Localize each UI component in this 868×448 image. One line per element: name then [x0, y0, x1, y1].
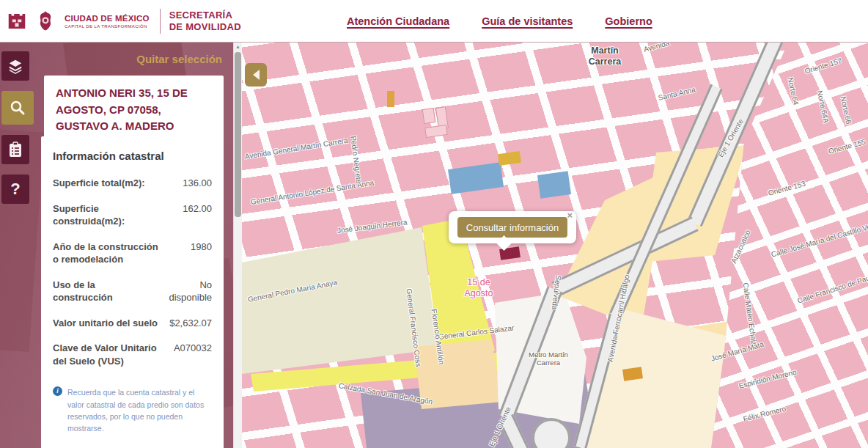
results-panel: ? Quitar selección ANTONIO NERI 35, 15 D… [0, 43, 233, 448]
map-canvas[interactable]: AvenidaOriente 157Norte 64Norte 64ANorte… [242, 43, 868, 448]
city-name: CIUDAD DE MÉXICO [65, 14, 150, 23]
field-label: Año de la construcción o remodelación [53, 240, 163, 266]
field-row: Superficie construida(m2):162.00 [53, 202, 212, 228]
brand-block: CIUDAD DE MÉXICO CAPITAL DE LA TRANSFORM… [6, 0, 241, 43]
field-value: $2,632.07 [169, 317, 212, 330]
search-icon [9, 99, 26, 117]
layers-icon [7, 58, 23, 74]
cadastral-info-card: Información catastral Superficie total(m… [41, 136, 224, 448]
cadastral-fields: Superficie total(m2):136.00Superficie co… [53, 177, 212, 367]
panel-collapse-button[interactable] [245, 63, 267, 87]
left-arrow-icon [253, 70, 260, 80]
field-label: Uso de la construcción [53, 279, 157, 304]
field-label: Clave de Valor Unitario del Suelo (VUS) [53, 342, 163, 367]
cdmx-eagle-icon [35, 10, 56, 33]
search-tool-button[interactable] [1, 91, 34, 125]
field-row: Uso de la construcciónNo disponible [53, 279, 212, 304]
map-building [422, 108, 436, 124]
scrollbar-thumb[interactable] [235, 52, 241, 217]
city-tagline: CAPITAL DE LA TRANSFORMACIÓN [65, 24, 150, 29]
field-row: Clave de Valor Unitario del Suelo (VUS)A… [53, 342, 212, 367]
map-parcel-blue [537, 171, 571, 199]
consult-info-button[interactable]: Consultar información [457, 217, 567, 238]
field-label: Superficie construida(m2): [53, 202, 163, 228]
nav-gobierno[interactable]: Gobierno [605, 15, 652, 27]
scroll-up-icon[interactable]: ▲ [234, 44, 242, 49]
help-tool-button[interactable]: ? [1, 175, 29, 204]
field-label: Superficie total(m2): [53, 177, 163, 190]
field-row: Año de la construcción o remodelación198… [53, 240, 212, 266]
tool-rail: ? [1, 51, 37, 214]
brand-text: CIUDAD DE MÉXICO CAPITAL DE LA TRANSFORM… [65, 14, 150, 29]
cdmx-coat-of-arms-icon [6, 10, 28, 32]
clipboard-tool-button[interactable] [1, 135, 29, 164]
clipboard-icon [8, 142, 23, 158]
field-value: A070032 [174, 342, 212, 367]
selected-address-card: ANTONIO NERI 35, 15 DE AGOSTO, CP 07058,… [44, 76, 224, 144]
agency-name: SECRETARÍA DE MOVILIDAD [169, 10, 241, 34]
reserved-data-note: i Recuerda que la cuenta catastral y el … [53, 386, 212, 434]
map-popup: × Consultar información [449, 211, 576, 243]
map-parcel-orange [387, 91, 394, 107]
field-value: No disponible [157, 279, 212, 304]
nav-atencion-ciudadana[interactable]: Atención Ciudadana [347, 15, 449, 27]
field-value: 1980 [191, 240, 212, 266]
field-value: 162.00 [183, 202, 212, 228]
nav-guia-visitantes[interactable]: Guía de visitantes [482, 15, 573, 27]
section-title: Información catastral [53, 150, 212, 162]
app-header: CIUDAD DE MÉXICO CAPITAL DE LA TRANSFORM… [0, 0, 868, 43]
help-icon: ? [10, 180, 20, 199]
clear-selection-button[interactable]: Quitar selección [136, 53, 222, 65]
field-row: Valor unitario del suelo$2,632.07 [53, 317, 212, 330]
field-value: 136.00 [183, 177, 212, 190]
layers-tool-button[interactable] [1, 51, 29, 81]
note-text: Recuerda que la cuenta catastral y el va… [67, 386, 212, 434]
field-label: Valor unitario del suelo [53, 317, 163, 330]
brand-divider [160, 9, 161, 34]
field-row: Superficie total(m2):136.00 [53, 177, 212, 190]
popup-close-icon[interactable]: × [567, 210, 573, 220]
info-icon: i [53, 386, 62, 396]
panel-scrollbar[interactable]: ▲ [233, 43, 242, 448]
top-nav: Atención Ciudadana Guía de visitantes Go… [347, 0, 652, 43]
